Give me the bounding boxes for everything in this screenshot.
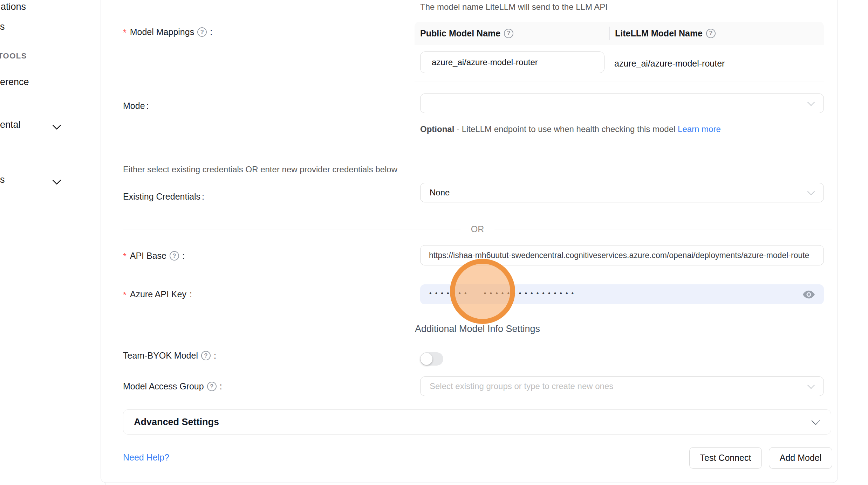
table-row: azure_ai/azure-model-router azure_ai/azu… <box>415 45 824 82</box>
team-byok-label: Team-BYOK Model ? : <box>123 351 216 361</box>
team-byok-toggle[interactable] <box>420 352 443 366</box>
model-access-group-label: Model Access Group ? : <box>123 381 222 392</box>
credentials-note: Either select existing credentials OR en… <box>123 165 397 174</box>
help-question-icon[interactable]: ? <box>207 382 217 391</box>
chevron-down-icon[interactable] <box>52 121 61 130</box>
additional-model-info-divider: Additional Model Info Settings <box>123 323 832 335</box>
existing-credentials-label: Existing Credentials : <box>123 192 204 202</box>
api-base-label: * API Base ? : <box>123 251 185 261</box>
sidebar-item-s[interactable]: s <box>0 21 5 32</box>
mode-label: Mode : <box>123 101 149 111</box>
add-model-button[interactable]: Add Model <box>769 447 832 469</box>
help-question-icon[interactable]: ? <box>706 29 716 38</box>
advanced-settings-panel[interactable]: Advanced Settings <box>123 409 831 435</box>
masked-password-dots: ••••••• •••••••••••••••• <box>429 290 577 297</box>
sidebar-item-erence[interactable]: erence <box>0 77 29 88</box>
azure-api-key-label: * Azure API Key : <box>123 289 192 299</box>
public-model-name-input[interactable]: azure_ai/azure-model-router <box>420 51 604 73</box>
required-asterisk: * <box>123 291 127 299</box>
api-base-input[interactable]: https://ishaa-mh6uutut-swedencentral.cog… <box>420 245 824 265</box>
sidebar-section-tools: TOOLS <box>0 51 27 61</box>
need-help-link[interactable]: Need Help? <box>123 452 169 463</box>
table-header-public-model-name: Public Model Name ? <box>415 22 609 45</box>
add-model-page: ations s TOOLS erence ental s The model … <box>0 0 868 485</box>
mode-help-text: Optional - LiteLLM endpoint to use when … <box>420 122 722 137</box>
sidebar-item-ental[interactable]: ental <box>0 119 21 130</box>
model-access-group-select[interactable]: Select existing groups or type to create… <box>420 376 824 396</box>
chevron-down-icon <box>807 188 815 195</box>
help-question-icon[interactable]: ? <box>201 351 211 360</box>
table-header-row: Public Model Name ? LiteLLM Model Name ? <box>415 22 824 45</box>
help-question-icon[interactable]: ? <box>197 27 207 37</box>
eye-icon[interactable] <box>803 290 815 299</box>
mode-select[interactable] <box>420 93 824 113</box>
test-connect-button[interactable]: Test Connect <box>689 447 762 469</box>
add-model-form-card: The model name LiteLLM will send to the … <box>101 0 838 483</box>
advanced-settings-title: Advanced Settings <box>134 417 219 428</box>
select-placeholder: Select existing groups or type to create… <box>430 381 613 391</box>
model-mappings-label: * Model Mappings ? : <box>123 27 212 37</box>
existing-credentials-select[interactable]: None <box>420 183 824 202</box>
chevron-down-icon <box>807 98 815 106</box>
help-question-icon[interactable]: ? <box>170 251 179 261</box>
help-question-icon[interactable]: ? <box>504 29 513 38</box>
chevron-down-icon <box>811 416 820 425</box>
required-asterisk: * <box>123 252 127 261</box>
sidebar-item-ations[interactable]: ations <box>1 1 26 12</box>
sidebar-item-s2[interactable]: s <box>0 174 5 185</box>
toggle-knob <box>421 353 432 365</box>
litellm-model-name-value: azure_ai/azure-model-router <box>614 45 725 82</box>
or-divider: OR <box>123 223 832 235</box>
azure-api-key-input[interactable]: ••••••• •••••••••••••••• <box>420 284 824 304</box>
chevron-down-icon[interactable] <box>52 176 61 185</box>
table-header-litellm-model-name: LiteLLM Model Name ? <box>609 22 824 45</box>
sidebar: ations s TOOLS erence ental s <box>0 0 105 485</box>
chevron-down-icon <box>807 381 815 389</box>
litellm-model-name-helper: The model name LiteLLM will send to the … <box>420 2 608 12</box>
model-mappings-table: Public Model Name ? LiteLLM Model Name ?… <box>415 22 824 82</box>
learn-more-link[interactable]: Learn more <box>678 124 721 134</box>
required-asterisk: * <box>123 28 127 37</box>
